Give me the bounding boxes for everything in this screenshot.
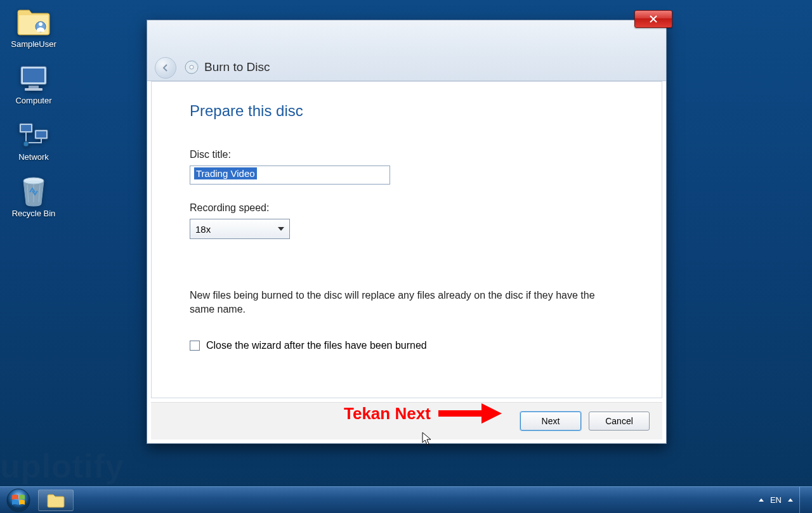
svg-rect-9 xyxy=(36,131,46,138)
desktop-icon-label: SampleUser xyxy=(11,39,56,49)
dialog-title-row: Burn to Disc xyxy=(184,60,270,75)
folder-icon xyxy=(46,493,65,508)
desktop-icon-sampleuser[interactable]: SampleUser xyxy=(5,6,62,49)
recording-speed-value: 18x xyxy=(195,224,211,235)
svg-point-13 xyxy=(190,65,193,69)
watermark: uplotify xyxy=(0,447,124,485)
dialog-body: Prepare this disc Disc title: Trading Vi… xyxy=(151,81,662,398)
back-button xyxy=(155,57,176,79)
desktop-icons: SampleUser Computer Network Recycle Bin xyxy=(5,6,62,218)
svg-point-10 xyxy=(23,141,29,146)
recycle-bin-icon xyxy=(16,176,51,206)
close-wizard-checkbox[interactable] xyxy=(190,341,200,351)
chevron-down-icon xyxy=(278,227,284,231)
desktop-icon-label: Computer xyxy=(15,96,51,105)
svg-point-1 xyxy=(39,22,43,26)
desktop-icon-label: Recycle Bin xyxy=(12,209,56,218)
close-button[interactable] xyxy=(634,10,672,28)
computer-icon xyxy=(16,63,51,93)
svg-rect-4 xyxy=(29,86,39,88)
svg-rect-5 xyxy=(25,88,43,91)
desktop-icon-label: Network xyxy=(18,152,49,162)
network-icon xyxy=(16,119,51,150)
burn-to-disc-dialog: Burn to Disc Prepare this disc Disc titl… xyxy=(147,20,667,444)
svg-rect-3 xyxy=(23,68,44,82)
cancel-button[interactable]: Cancel xyxy=(589,412,650,431)
taskbar-explorer[interactable] xyxy=(38,490,74,511)
disc-icon xyxy=(184,60,199,75)
dialog-footer: Next Cancel xyxy=(151,402,662,439)
folder-icon xyxy=(16,6,51,37)
recording-speed-label: Recording speed: xyxy=(190,202,624,214)
desktop-icon-recyclebin[interactable]: Recycle Bin xyxy=(5,176,62,218)
taskbar: EN xyxy=(0,486,812,513)
svg-rect-7 xyxy=(21,125,31,131)
tray-expand-icon[interactable] xyxy=(759,498,764,502)
dialog-heading: Prepare this disc xyxy=(190,102,624,120)
recording-speed-dropdown[interactable]: 18x xyxy=(190,219,290,239)
language-indicator[interactable]: EN xyxy=(770,495,782,505)
disc-title-label: Disc title: xyxy=(190,149,624,160)
disc-title-value: Trading Video xyxy=(194,167,257,179)
close-wizard-label: Close the wizard after the files have be… xyxy=(206,340,427,351)
taskbar-tray: EN xyxy=(759,487,808,514)
tray-arrow-icon[interactable] xyxy=(788,498,793,502)
disc-title-input[interactable]: Trading Video xyxy=(190,166,390,185)
desktop-icon-network[interactable]: Network xyxy=(5,119,62,162)
show-desktop-button[interactable] xyxy=(799,487,808,514)
start-button[interactable] xyxy=(4,488,33,513)
info-text: New files being burned to the disc will … xyxy=(190,289,608,317)
desktop-icon-computer[interactable]: Computer xyxy=(5,63,62,105)
dialog-titlebar[interactable]: Burn to Disc xyxy=(147,20,666,81)
next-button[interactable]: Next xyxy=(520,412,581,431)
dialog-title: Burn to Disc xyxy=(204,60,270,74)
